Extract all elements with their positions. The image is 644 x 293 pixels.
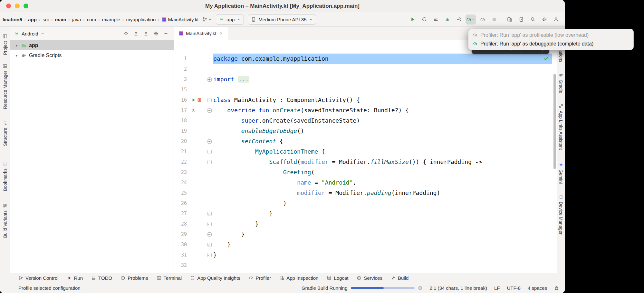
code-text[interactable]: Greeting( xyxy=(213,167,552,177)
breadcrumb-item[interactable]: myapplication xyxy=(126,17,156,22)
tool-stripe-button-project[interactable]: Project xyxy=(3,34,8,55)
hide-panel-icon[interactable] xyxy=(163,31,168,36)
tool-stripe-button-structure[interactable]: Structure xyxy=(3,121,8,146)
fold-marker[interactable]: − xyxy=(207,98,212,102)
code-text[interactable]: name = "Android", xyxy=(213,177,552,188)
settings-button[interactable] xyxy=(539,15,549,25)
fold-marker[interactable]: ⌐ xyxy=(207,212,212,216)
expand-all-icon[interactable] xyxy=(133,31,139,36)
project-view-selector[interactable]: Android xyxy=(22,31,38,36)
code-text[interactable]: enableEdgeToEdge() xyxy=(213,126,552,136)
profiler-button[interactable] xyxy=(466,15,476,25)
tool-stripe-button-gradle[interactable]: Gradle xyxy=(558,73,563,93)
running-devices-button[interactable] xyxy=(516,15,526,25)
code-text[interactable]: setContent { xyxy=(213,136,552,146)
fold-marker[interactable]: ⌐ xyxy=(207,222,212,226)
toolwindow-button-todo[interactable]: TODO xyxy=(91,275,112,281)
build-menu-button[interactable] xyxy=(431,15,441,25)
breadcrumb-item[interactable]: app xyxy=(28,17,37,22)
caret-position[interactable]: 2:1 (34 chars, 1 line break) xyxy=(430,285,487,291)
profiler-popup-item[interactable]: Profiler: Run 'app' as profileable (low … xyxy=(468,31,633,39)
editor-scrollbar[interactable] xyxy=(553,74,556,169)
breadcrumb-item[interactable]: lication5 xyxy=(3,17,22,22)
code-text[interactable]: } xyxy=(213,219,552,229)
search-everywhere-button[interactable] xyxy=(528,15,538,25)
locate-selection-icon[interactable] xyxy=(123,31,129,36)
tool-stripe-button-device-manager[interactable]: Device Manager xyxy=(558,195,563,235)
collapse-all-icon[interactable] xyxy=(143,31,149,36)
stop-button[interactable] xyxy=(489,15,499,25)
panel-settings-icon[interactable] xyxy=(153,31,159,36)
fold-marker[interactable]: ⌐ xyxy=(207,253,212,257)
close-window-button[interactable] xyxy=(6,4,11,8)
fold-marker[interactable]: − xyxy=(207,150,212,154)
compose-gutter-icon[interactable] xyxy=(197,98,202,102)
cancel-progress-button[interactable] xyxy=(418,286,423,290)
fold-marker[interactable]: ⌐ xyxy=(207,232,212,237)
tool-stripe-button-gemini[interactable]: Gemini xyxy=(558,162,563,184)
indent-setting[interactable]: 4 spaces xyxy=(528,285,547,291)
close-icon[interactable] xyxy=(219,31,223,35)
toolwindow-button-services[interactable]: Services xyxy=(357,275,382,281)
toolwindow-button-build[interactable]: Build xyxy=(391,275,409,281)
toolwindow-button-app-quality-insights[interactable]: App Quality Insights xyxy=(190,275,240,281)
debug-button[interactable] xyxy=(442,15,452,25)
breadcrumb-item[interactable]: example xyxy=(102,17,120,22)
breadcrumb-item[interactable]: com xyxy=(87,17,96,22)
fold-marker[interactable]: − xyxy=(207,139,212,144)
fold-marker[interactable]: + xyxy=(207,77,212,82)
expand-chevron-icon[interactable]: ▸ xyxy=(15,43,19,48)
profiler-popup-item[interactable]: Profiler: Run 'app' as debuggable (compl… xyxy=(468,39,633,48)
tool-stripe-button-resource-manager[interactable]: Resource Manager xyxy=(3,64,8,109)
code-text[interactable]: ) xyxy=(213,198,552,208)
tool-stripe-button-bookmarks[interactable]: Bookmarks xyxy=(3,161,8,191)
code-text[interactable]: modifier = Modifier.padding(innerPadding… xyxy=(213,188,552,198)
attach-debugger-button[interactable] xyxy=(454,15,464,25)
fold-marker[interactable]: − xyxy=(207,108,212,113)
tool-stripe-button-app-links-assistant[interactable]: App Links Assistant xyxy=(558,104,563,150)
profiler-low-overhead-button[interactable] xyxy=(477,15,487,25)
encoding[interactable]: UTF-8 xyxy=(507,285,521,291)
vcs-widget[interactable] xyxy=(202,17,212,22)
toolwindow-button-profiler[interactable]: Profiler xyxy=(249,275,271,281)
breadcrumb-item[interactable]: main xyxy=(55,17,66,22)
rerun-button[interactable] xyxy=(419,15,429,25)
device-manager-button[interactable] xyxy=(505,15,514,25)
breadcrumb-item[interactable]: src xyxy=(43,17,49,22)
code-text[interactable]: package com.example.myapplication xyxy=(213,54,552,64)
override-gutter-icon[interactable] xyxy=(191,108,196,113)
toolwindow-button-terminal[interactable]: Terminal xyxy=(157,275,182,281)
toolwindow-button-app-inspection[interactable]: App Inspection xyxy=(279,275,318,281)
breadcrumb-item[interactable]: MainActivity.kt xyxy=(162,17,199,22)
run-config-select[interactable]: app xyxy=(216,15,244,25)
line-separator[interactable]: LF xyxy=(494,285,500,291)
code-text[interactable]: super.onCreate(savedInstanceState) xyxy=(213,116,552,126)
tab-mainactivity[interactable]: MainActivity.kt xyxy=(174,27,228,40)
toolwindow-button-run[interactable]: Run xyxy=(67,275,83,281)
code-text[interactable]: } xyxy=(213,239,552,250)
tree-item-app[interactable]: ▸app xyxy=(10,40,174,50)
editor-body[interactable]: 1package com.example.myapplication23+imp… xyxy=(174,40,557,273)
lock-icon[interactable] xyxy=(554,286,559,290)
zoom-window-button[interactable] xyxy=(24,4,28,8)
code-text[interactable]: } xyxy=(213,250,552,260)
toolwindow-button-logcat[interactable]: Logcat xyxy=(327,275,348,281)
breadcrumb-item[interactable]: java xyxy=(72,17,81,22)
fold-marker[interactable]: − xyxy=(207,160,212,164)
code-text[interactable]: } xyxy=(213,229,552,239)
code-text[interactable]: import ... xyxy=(213,74,552,85)
code-text[interactable]: } xyxy=(213,208,552,219)
code-text[interactable]: override fun onCreate(savedInstanceState… xyxy=(213,105,552,116)
toolwindow-button-problems[interactable]: Problems xyxy=(120,275,148,281)
minimize-window-button[interactable] xyxy=(15,4,20,8)
fold-marker[interactable]: ⌐ xyxy=(207,243,212,247)
tool-stripe-button-build-variants[interactable]: Build Variants xyxy=(3,203,8,238)
tree-item-gradle-scripts[interactable]: ▸Gradle Scripts xyxy=(10,50,174,60)
code-text[interactable]: MyApplicationTheme { xyxy=(213,146,552,157)
code-text[interactable]: Scaffold(modifier = Modifier.fillMaxSize… xyxy=(213,157,552,167)
device-select[interactable]: Medium Phone API 35 xyxy=(248,15,316,25)
toolwindow-button-version-control[interactable]: Version Control xyxy=(18,275,59,281)
profile-avatar[interactable] xyxy=(551,15,561,25)
run-gutter-icon[interactable] xyxy=(191,98,196,102)
code-text[interactable]: class MainActivity : ComponentActivity()… xyxy=(213,95,552,105)
